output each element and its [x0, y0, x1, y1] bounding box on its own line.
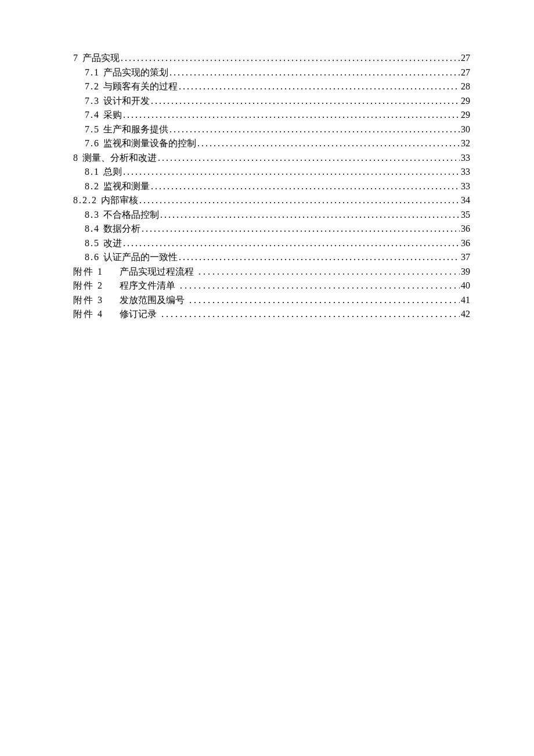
toc-entry: 8测量、分析和改进33: [73, 151, 470, 165]
toc-page-number: 42: [460, 307, 470, 322]
toc-entry: 8.1总则33: [73, 165, 470, 179]
toc-section-title: 产品实现: [82, 51, 120, 66]
toc-leader-dots: [140, 222, 460, 236]
toc-section-title: 修订记录: [120, 307, 157, 322]
toc-entry: 7.1产品实现的策划27: [73, 66, 470, 80]
toc-section-title: 设计和开发: [103, 94, 150, 109]
toc-page-number: 33: [460, 179, 470, 194]
toc-section-title: 采购: [103, 108, 122, 123]
toc-section-number: 附件 1: [73, 265, 103, 279]
toc-entry: 8.2监视和测量33: [73, 179, 470, 194]
toc-leader-dots: [159, 208, 460, 222]
toc-entry: 7产品实现27: [73, 51, 470, 66]
toc-section-number: 7: [73, 51, 79, 66]
toc-section-number: 8: [73, 151, 79, 165]
toc-section-title: 监视和测量: [103, 179, 150, 194]
toc-page-number: 29: [460, 94, 470, 109]
toc-leader-dots: [122, 165, 460, 179]
toc-page-number: 30: [460, 123, 470, 137]
toc-entry: 8.6认证产品的一致性37: [73, 250, 470, 265]
toc-section-title: 发放范围及编号: [120, 293, 185, 308]
toc-entry: 7.2与顾客有关的过程28: [73, 80, 470, 94]
toc-section-number: 附件 4: [73, 307, 103, 322]
toc-leader-dots: [185, 293, 460, 308]
toc-section-number: 8.2: [85, 179, 100, 194]
toc-page-number: 36: [460, 236, 470, 251]
toc-page-number: 32: [460, 136, 470, 151]
toc-entry: 7.3设计和开发29: [73, 94, 470, 109]
toc-entry: 8.3不合格品控制35: [73, 208, 470, 222]
toc-page-number: 41: [460, 293, 470, 308]
toc-entry: 附件 3发放范围及编号41: [73, 293, 470, 308]
toc-section-number: 8.5: [85, 236, 100, 251]
toc-leader-dots: [175, 279, 460, 293]
toc-section-title: 认证产品的一致性: [103, 250, 178, 265]
toc-page-number: 35: [460, 208, 470, 222]
toc-entry: 8.5改进36: [73, 236, 470, 251]
toc-page-number: 39: [460, 265, 470, 279]
toc-leader-dots: [150, 179, 460, 194]
toc-section-number: 8.4: [85, 222, 100, 236]
toc-page-number: 33: [460, 151, 470, 165]
toc-section-title: 产品实现的策划: [103, 66, 168, 80]
toc-leader-dots: [157, 307, 460, 322]
toc-section-number: 7.2: [85, 80, 100, 94]
toc-page-number: 27: [460, 66, 470, 80]
toc-entry: 7.5生产和服务提供30: [73, 123, 470, 137]
toc-entry: 8.4数据分析36: [73, 222, 470, 236]
toc-section-title: 与顾客有关的过程: [103, 80, 178, 94]
toc-page-number: 28: [460, 80, 470, 94]
toc-leader-dots: [120, 51, 460, 66]
toc-section-title: 产品实现过程流程: [120, 265, 194, 279]
toc-section-title: 测量、分析和改进: [82, 151, 157, 165]
toc-section-title: 生产和服务提供: [103, 123, 168, 137]
toc-leader-dots: [178, 80, 460, 94]
toc-section-title: 数据分析: [103, 222, 140, 236]
toc-page-number: 27: [460, 51, 470, 66]
toc-page-number: 36: [460, 222, 470, 236]
toc-section-title: 改进: [103, 236, 122, 251]
toc-section-number: 8.2.2: [73, 193, 98, 208]
toc-section-number: 7.5: [85, 123, 100, 137]
toc-entry: 附件 1产品实现过程流程39: [73, 265, 470, 279]
toc-leader-dots: [178, 250, 460, 265]
toc-section-number: 7.4: [85, 108, 100, 123]
toc-leader-dots: [122, 236, 460, 251]
toc-entry: 附件 2程序文件清单40: [73, 279, 470, 293]
toc-entry: 7.4采购29: [73, 108, 470, 123]
toc-entry: 附件 4修订记录42: [73, 307, 470, 322]
toc-entry: 7.6监视和测量设备的控制32: [73, 136, 470, 151]
toc-section-number: 8.3: [85, 208, 100, 222]
toc-section-number: 7.3: [85, 94, 100, 109]
toc-section-number: 7.6: [85, 136, 100, 151]
toc-section-number: 附件 2: [73, 279, 103, 293]
toc-page-number: 40: [460, 279, 470, 293]
toc-leader-dots: [168, 123, 460, 137]
toc-leader-dots: [150, 94, 460, 109]
toc-section-title: 内部审核: [101, 193, 138, 208]
toc-page-number: 33: [460, 165, 470, 179]
toc-section-title: 程序文件清单: [120, 279, 175, 293]
toc-leader-dots: [194, 265, 460, 279]
toc-section-number: 附件 3: [73, 293, 103, 308]
toc-leader-dots: [196, 136, 460, 151]
toc-page-number: 37: [460, 250, 470, 265]
toc-section-title: 监视和测量设备的控制: [103, 136, 196, 151]
toc-section-title: 不合格品控制: [103, 208, 159, 222]
toc-leader-dots: [168, 66, 460, 80]
toc-leader-dots: [122, 108, 460, 123]
toc-section-number: 7.1: [85, 66, 100, 80]
toc-page-number: 34: [460, 193, 470, 208]
toc-section-number: 8.6: [85, 250, 100, 265]
toc-leader-dots: [157, 151, 460, 165]
toc-entry: 8.2.2内部审核34: [73, 193, 470, 208]
toc-page-number: 29: [460, 108, 470, 123]
toc-section-number: 8.1: [85, 165, 100, 179]
toc-leader-dots: [138, 193, 460, 208]
toc-section-title: 总则: [103, 165, 122, 179]
table-of-contents: 7产品实现277.1产品实现的策划277.2与顾客有关的过程287.3设计和开发…: [73, 51, 470, 322]
